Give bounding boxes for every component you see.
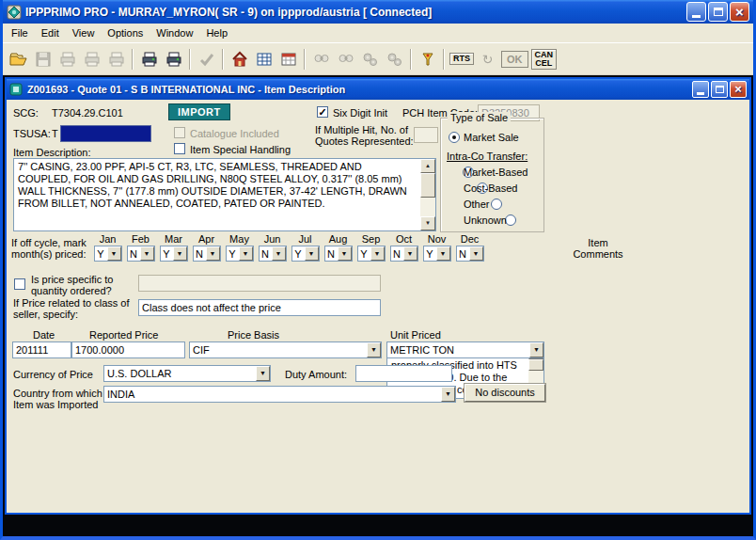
maximize-button[interactable]	[708, 2, 728, 22]
print-preview-icon	[84, 51, 101, 68]
minimize-button[interactable]	[686, 2, 706, 22]
chevron-down-icon[interactable]: ▼	[239, 246, 253, 261]
title-bar[interactable]: IPPPRIMO PRO - MURRAY_MYRON( SR - 9) on …	[3, 0, 753, 24]
chevron-down-icon[interactable]: ▼	[140, 246, 154, 261]
month-aug-combo[interactable]: N▼	[324, 246, 353, 262]
month-mar-combo[interactable]: Y▼	[160, 246, 188, 262]
months-row: Jan Y▼ Feb N▼ Mar Y▼ Apr N▼	[91, 233, 486, 262]
month-jan: Jan Y▼	[91, 233, 124, 262]
item-special-handling-checkbox[interactable]	[174, 143, 185, 154]
intra-co-transfer-label: Intra-Co Transfer:	[447, 151, 528, 162]
cancel-button[interactable]: CAN CEL	[531, 49, 558, 70]
chevron-down-icon[interactable]: ▼	[338, 246, 352, 261]
menu-options[interactable]: Options	[101, 25, 150, 40]
calendar-button[interactable]	[276, 47, 300, 71]
price-specific-qty-checkbox[interactable]	[14, 278, 25, 290]
no-discounts-button[interactable]: No discounts	[465, 384, 545, 402]
chevron-down-icon[interactable]: ▼	[529, 342, 543, 357]
month-jun-combo[interactable]: N▼	[259, 246, 287, 262]
month-feb-combo[interactable]: N▼	[127, 246, 155, 262]
toolbar-separator	[132, 49, 134, 70]
country-label-line2: Item was Imported	[13, 399, 98, 410]
currency-combo[interactable]: U.S. DOLLAR▼	[103, 365, 271, 382]
combo-value: Y	[358, 246, 370, 261]
reported-price-field[interactable]: 1700.0000	[71, 341, 185, 358]
currency-label: Currency of Price	[13, 369, 93, 380]
class-of-seller-field[interactable]: Class does not affect the price	[138, 299, 381, 316]
price-basis-combo[interactable]: CIF▼	[189, 341, 382, 358]
menu-view[interactable]: View	[66, 25, 102, 40]
month-sep-combo[interactable]: Y▼	[357, 246, 386, 262]
close-button[interactable]: ×	[730, 2, 749, 22]
month-jul-combo[interactable]: Y▼	[291, 246, 320, 262]
chevron-down-icon[interactable]: ▼	[272, 246, 286, 261]
toolbar-separator	[304, 49, 306, 70]
menu-edit[interactable]: Edit	[35, 25, 66, 40]
quote-close-button[interactable]: ×	[730, 81, 747, 98]
chevron-down-icon[interactable]: ▼	[206, 246, 220, 261]
rts-button[interactable]: RTS	[449, 53, 474, 65]
chevron-down-icon[interactable]: ▼	[469, 246, 483, 261]
scroll-down-icon[interactable]: ▼	[420, 216, 435, 230]
month-oct-combo[interactable]: N▼	[390, 246, 418, 262]
chevron-down-icon[interactable]: ▼	[436, 246, 450, 261]
menu-help[interactable]: Help	[199, 25, 234, 40]
six-digit-label: Six Digit Init	[333, 107, 387, 119]
tsusa-label: TSUSA:	[13, 128, 51, 139]
duty-amount-field[interactable]	[355, 365, 452, 382]
item-description-textarea[interactable]: 7'' CASING, 23.00 PPF, API-5 CT, R3, LTC…	[13, 158, 436, 231]
unit-priced-combo[interactable]: METRIC TON▼	[386, 341, 544, 358]
mdi-area: Z001693 - Quote 01 - S B INTERNATIONAL I…	[3, 75, 753, 536]
unit-priced-value: METRIC TON	[387, 342, 529, 357]
menu-window[interactable]: Window	[150, 25, 199, 40]
quote-minimize-button[interactable]	[692, 81, 709, 98]
month-may-combo[interactable]: Y▼	[226, 246, 254, 262]
gears-icon	[362, 51, 379, 68]
menu-file[interactable]: File	[5, 25, 35, 40]
grid-button[interactable]	[252, 47, 276, 71]
tsusa-field[interactable]	[60, 125, 151, 142]
reported-price-label: Reported Price	[89, 329, 158, 341]
scroll-thumb[interactable]	[528, 359, 543, 371]
unknown-radio[interactable]	[505, 214, 516, 226]
chevron-down-icon[interactable]: ▼	[367, 342, 381, 357]
scroll-up-icon[interactable]: ▲	[420, 159, 435, 173]
item-description-scrollbar[interactable]: ▲ ▼	[420, 159, 435, 230]
scroll-thumb[interactable]	[420, 173, 435, 198]
home-button[interactable]	[228, 47, 251, 71]
open-folder-button[interactable]	[7, 47, 30, 71]
month-nov-combo[interactable]: Y▼	[423, 246, 451, 262]
scg-label: SCG:	[13, 107, 39, 119]
price-basis-label: Price Basis	[228, 329, 279, 341]
duty-amount-label: Duty Amount:	[285, 369, 347, 380]
chevron-down-icon[interactable]: ▼	[173, 246, 187, 261]
chevron-down-icon[interactable]: ▼	[370, 246, 385, 261]
market-sale-radio[interactable]	[449, 132, 460, 143]
print-report-button[interactable]	[162, 47, 185, 71]
quote-title-bar[interactable]: Z001693 - Quote 01 - S B INTERNATIONAL I…	[7, 79, 749, 100]
print-quote-button[interactable]	[137, 47, 161, 71]
month-mar: Mar Y▼	[157, 233, 190, 262]
chevron-down-icon[interactable]: ▼	[256, 366, 270, 381]
chevron-down-icon[interactable]: ▼	[107, 246, 121, 261]
filter-button[interactable]	[416, 47, 439, 71]
month-apr-combo[interactable]: N▼	[193, 246, 221, 262]
chevron-down-icon[interactable]: ▼	[305, 246, 319, 261]
other-radio[interactable]	[491, 199, 502, 210]
month-dec-combo[interactable]: N▼	[456, 246, 484, 262]
month-label: Jan	[91, 233, 124, 245]
combo-value: N	[194, 246, 206, 261]
type-of-sale-group: Type of Sale Market Sale Intra-Co Transf…	[440, 118, 544, 232]
filter-flask-icon	[419, 51, 436, 68]
country-combo[interactable]: INDIA▼	[103, 386, 456, 403]
chevron-down-icon[interactable]: ▼	[441, 387, 455, 402]
qty-label-line2: quantity ordered?	[31, 285, 112, 296]
six-digit-checkbox[interactable]: ✓	[317, 106, 328, 118]
month-jan-combo[interactable]: Y▼	[94, 246, 122, 262]
save-button	[31, 47, 55, 71]
quote-maximize-button[interactable]	[711, 81, 728, 98]
unknown-label: Unknown	[464, 214, 507, 226]
chevron-down-icon[interactable]: ▼	[403, 246, 417, 261]
month-jul: Jul Y▼	[289, 233, 322, 262]
date-field[interactable]: 201111	[12, 341, 71, 358]
